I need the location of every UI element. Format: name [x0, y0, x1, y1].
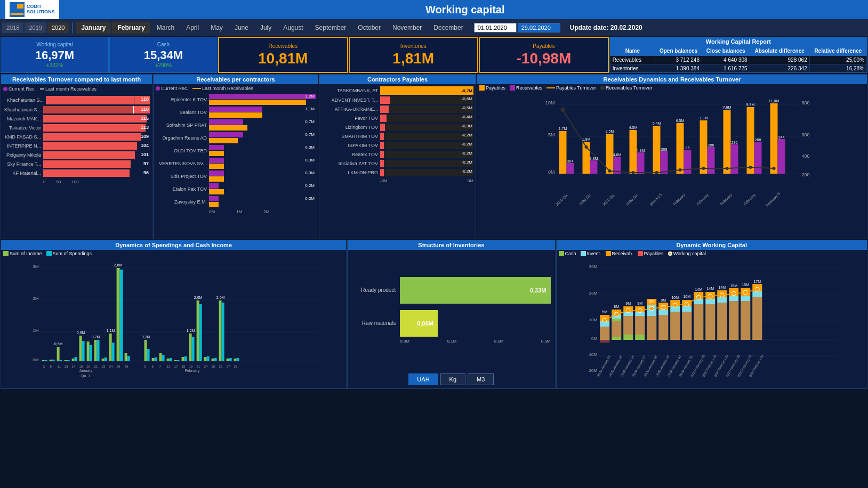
month-december[interactable]: December	[428, 22, 468, 34]
month-november[interactable]: November	[387, 22, 427, 34]
dynamic-wc-chart: 30M 20M 10M 0M -10M -20M 5M	[557, 257, 867, 380]
svg-text:23: 23	[102, 365, 106, 368]
svg-text:5,4M: 5,4M	[653, 121, 661, 125]
kpi-pay-label: Payables	[533, 43, 554, 49]
svg-text:2020 Qu.: 2020 Qu.	[625, 193, 639, 207]
svg-rect-238	[705, 304, 715, 340]
year-2019[interactable]: 2019	[25, 22, 46, 33]
unit-uah-button[interactable]: UAH	[408, 373, 438, 385]
kpi-rec-value: 10,81M	[258, 50, 308, 67]
month-august[interactable]: August	[278, 22, 308, 34]
kpi-cash: Cash 15,34M +290%	[109, 37, 218, 73]
svg-rect-256	[741, 301, 750, 340]
update-date: Update date: 20.02.2020	[570, 24, 642, 31]
svg-text:2020 Qu.: 2020 Qu.	[602, 193, 616, 207]
svg-text:-20M: -20M	[588, 368, 598, 373]
structure-inv-title: Structure of Inventories	[348, 240, 554, 250]
svg-point-41	[726, 167, 729, 170]
svg-rect-17	[630, 130, 637, 174]
svg-rect-33	[778, 139, 785, 174]
svg-text:14M: 14M	[695, 288, 702, 291]
svg-rect-196	[623, 316, 633, 335]
svg-rect-127	[222, 303, 224, 361]
date-from-input[interactable]	[474, 23, 517, 32]
kpi-receivables: Receivables 10,81M	[218, 37, 348, 73]
list-item: KMD FASAD S... 109	[3, 133, 150, 141]
svg-text:6,5M: 6,5M	[676, 119, 685, 123]
svg-text:28: 28	[117, 365, 120, 368]
svg-text:0M: 0M	[591, 336, 597, 341]
svg-rect-226	[682, 312, 692, 340]
header: COBITSOLUTIONS Working capital	[0, 0, 868, 19]
svg-rect-90	[72, 359, 75, 361]
month-may[interactable]: May	[205, 22, 228, 34]
svg-text:5: 5	[144, 365, 147, 368]
svg-rect-32	[754, 142, 762, 174]
svg-text:3,8M: 3,8M	[590, 157, 598, 160]
kpi-wc-change: +332%	[46, 62, 63, 68]
svg-text:9M: 9M	[625, 302, 631, 305]
kpi-cash-value: 15,34M	[144, 48, 183, 62]
table-row: Receivables3 712 2464 640 308928 06225,0…	[610, 56, 866, 64]
svg-text:7,6M: 7,6M	[723, 105, 732, 109]
page-title: Working capital	[68, 4, 863, 16]
svg-text:14M: 14M	[706, 287, 714, 290]
svg-text:9,3M: 9,3M	[746, 103, 755, 107]
svg-rect-102	[117, 268, 120, 361]
wc-report-panel: Working Capital Report Name Open balance…	[609, 37, 867, 73]
month-april[interactable]: April	[181, 22, 204, 34]
svg-text:9M: 9M	[637, 302, 642, 305]
date-to-input[interactable]	[518, 23, 560, 32]
svg-rect-112	[167, 359, 170, 361]
svg-text:February 9: February 9	[765, 192, 781, 208]
svg-text:2,0M: 2,0M	[216, 296, 225, 299]
month-september[interactable]: September	[310, 22, 352, 34]
rec-turnover-legend: Current Rec. Last month Receivables	[1, 84, 152, 94]
year-2020[interactable]: 2020	[47, 22, 69, 33]
svg-text:20: 20	[87, 365, 91, 368]
month-october[interactable]: October	[352, 22, 386, 34]
svg-text:11,0M: 11,0M	[769, 99, 779, 103]
middle-row: Receivables Turnover compared to last mo…	[1, 74, 867, 239]
bottom-row: Dynamics of Spendings and Cash Income Su…	[1, 240, 867, 389]
svg-rect-208	[647, 316, 656, 340]
dynamics-spendings-panel: Dynamics of Spendings and Cash Income Su…	[1, 240, 347, 389]
dynamic-wc-panel: Dynamic Working Capital Cash Invent. Rec…	[556, 240, 867, 389]
svg-text:15M: 15M	[730, 284, 737, 288]
month-march[interactable]: March	[151, 22, 180, 34]
svg-text:February: February	[743, 193, 757, 207]
svg-rect-220	[670, 312, 680, 340]
svg-text:1M: 1M	[33, 328, 38, 333]
svg-point-42	[749, 166, 752, 169]
svg-text:2020 Qu.: 2020 Qu.	[555, 193, 569, 207]
month-february[interactable]: February	[112, 22, 150, 34]
unit-kg-button[interactable]: Kg	[440, 373, 465, 385]
month-january[interactable]: January	[76, 22, 111, 34]
svg-text:6: 6	[152, 365, 154, 368]
nav-bar: 2018 2019 2020 January February March Ap…	[0, 19, 868, 36]
dynamic-wc-title: Dynamic Working Capital	[557, 240, 867, 250]
dynamics-spendings-title: Dynamics of Spendings and Cash Income	[1, 240, 346, 250]
year-2018[interactable]: 2018	[2, 22, 23, 33]
svg-text:Qu. 1: Qu. 1	[81, 374, 90, 378]
svg-text:19: 19	[189, 365, 193, 368]
receivables-per-contractors-panel: Receivables per contractors Current Rec.…	[153, 74, 318, 239]
month-july[interactable]: July	[255, 22, 277, 34]
svg-text:2,5M: 2,5M	[606, 129, 614, 133]
month-june[interactable]: June	[229, 22, 254, 34]
svg-rect-83	[45, 360, 47, 361]
svg-rect-128	[227, 359, 229, 361]
svg-text:0M: 0M	[548, 169, 555, 175]
svg-rect-105	[127, 356, 130, 361]
svg-rect-14	[559, 131, 567, 174]
svg-rect-110	[159, 353, 162, 361]
svg-text:85: 85	[686, 146, 690, 150]
svg-text:5M: 5M	[548, 132, 555, 137]
list-item: Epicenter K TOV2,2M	[156, 94, 316, 105]
list-item: KF Material... 96	[3, 169, 150, 177]
unit-m3-button[interactable]: M3	[468, 373, 494, 385]
svg-text:8M: 8M	[614, 305, 619, 308]
svg-rect-125	[214, 358, 217, 361]
svg-rect-212	[658, 310, 668, 315]
svg-text:14M: 14M	[718, 286, 726, 289]
